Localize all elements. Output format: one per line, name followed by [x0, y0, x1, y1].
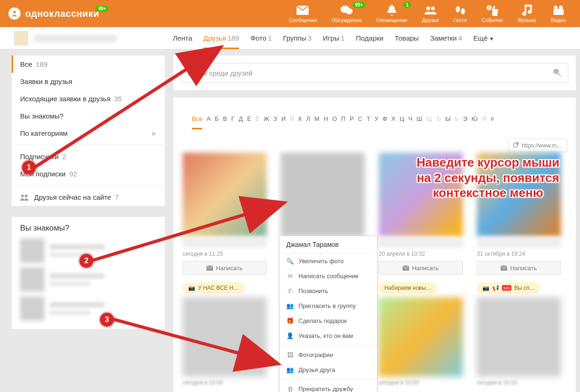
tab-count: 1: [268, 34, 272, 42]
ctx-relation[interactable]: 👤Указать, кто он вам: [280, 328, 377, 343]
alpha-letter[interactable]: У: [375, 115, 378, 129]
alpha-letter[interactable]: Э: [463, 115, 467, 129]
status-pill[interactable]: 📷📢sosВы сп…: [477, 282, 540, 294]
ctx-unfriend[interactable]: 🗑Прекратить дружбу: [280, 381, 377, 392]
write-button[interactable]: Написать: [379, 261, 463, 275]
alpha-letter[interactable]: Ё: [255, 115, 260, 129]
tab-notes[interactable]: Заметки4: [430, 28, 462, 48]
alpha-letter[interactable]: М: [314, 115, 319, 129]
ctx-gift[interactable]: 🎁Сделать подарок: [280, 313, 377, 328]
alpha-letter[interactable]: Ц: [400, 115, 404, 129]
suggestion-item[interactable]: [20, 267, 156, 292]
suggestion-item[interactable]: [20, 296, 156, 321]
context-menu-title: Джамал Тарамов: [280, 236, 377, 253]
friend-photo[interactable]: [281, 153, 365, 237]
alpha-letter[interactable]: Р: [350, 115, 354, 129]
camera-icon: 📷: [188, 285, 195, 291]
tab-groups[interactable]: Группы3: [283, 28, 311, 48]
alpha-letter[interactable]: О: [332, 115, 337, 129]
tab-friends[interactable]: Друзья189: [204, 28, 240, 48]
tab-more[interactable]: Ещё▼: [474, 28, 495, 48]
side-know[interactable]: Вы знакомы?: [12, 107, 165, 125]
nav-messages[interactable]: Сообщения: [289, 5, 317, 23]
friend-date: 20 апреля в 10:32: [379, 251, 463, 257]
tab-goods[interactable]: Товары: [395, 28, 419, 48]
status-pill[interactable]: Набираем новы…: [379, 282, 437, 294]
alpha-letter[interactable]: Ш: [417, 115, 422, 129]
friend-date-blur: сегодня в 10:00: [379, 379, 463, 386]
alpha-letter[interactable]: #: [490, 115, 494, 129]
url-chip[interactable]: https://www.m…: [508, 139, 567, 152]
alpha-letter[interactable]: Ф: [382, 115, 387, 129]
alpha-letter[interactable]: Д: [239, 115, 243, 129]
alpha-letter[interactable]: С: [358, 115, 362, 129]
alpha-letter[interactable]: Г: [231, 115, 234, 129]
side-categories[interactable]: По категориям▶: [12, 125, 165, 142]
suggestion-avatar: [20, 296, 44, 321]
alpha-letter[interactable]: П: [341, 115, 346, 129]
side-online[interactable]: Друзья сейчас на сайте 7: [12, 189, 165, 206]
ctx-call[interactable]: ✆Позвонить: [280, 283, 377, 298]
nav-label: Оповещения: [376, 17, 407, 23]
ctx-write-message[interactable]: ✉Написать сообщение: [280, 268, 377, 283]
svg-point-6: [461, 8, 465, 14]
nav-guests[interactable]: Гости: [453, 5, 467, 23]
profile-mini[interactable]: [14, 31, 173, 45]
nav-video[interactable]: Видео: [551, 5, 566, 23]
tab-count: 4: [458, 34, 462, 42]
alpha-letter[interactable]: Ы: [445, 115, 451, 129]
alpha-letter[interactable]: Й: [290, 115, 294, 129]
alpha-letter[interactable]: И: [281, 115, 285, 129]
alpha-letter[interactable]: Ю: [472, 115, 478, 129]
alpha-letter[interactable]: Я: [482, 115, 486, 129]
ctx-mutual-friends[interactable]: 👥Друзья друга: [280, 362, 377, 377]
friends-icon: 👥: [286, 366, 294, 373]
alpha-letter[interactable]: Т: [367, 115, 370, 129]
nav-discussions[interactable]: 99+ Обсуждения: [332, 5, 361, 23]
nav-events[interactable]: 5 События: [482, 5, 503, 23]
search-input[interactable]: Поиск среди друзей: [181, 63, 568, 83]
context-menu: Джамал Тарамов 🔍Увеличить фото ✉Написать…: [279, 236, 377, 392]
nav-music[interactable]: Музыка: [518, 5, 536, 23]
friend-photo[interactable]: [183, 297, 267, 377]
alpha-letter[interactable]: Все: [192, 115, 202, 129]
mi-label: Друзья сейчас на сайте: [34, 193, 111, 201]
alpha-letter[interactable]: Ь: [455, 115, 459, 129]
alpha-letter[interactable]: Л: [306, 115, 311, 129]
ctx-zoom-photo[interactable]: 🔍Увеличить фото: [280, 253, 377, 268]
alpha-letter[interactable]: З: [274, 115, 277, 129]
friend-photo[interactable]: [183, 153, 267, 237]
alpha-letter[interactable]: Щ: [426, 115, 432, 129]
alpha-letter[interactable]: В: [223, 115, 227, 129]
friend-photo[interactable]: [477, 297, 561, 377]
alpha-letter[interactable]: Н: [324, 115, 328, 129]
nav-notifications[interactable]: 1 Оповещения: [376, 5, 407, 23]
side-requests-out[interactable]: Исходящие заявки в друзья 35: [12, 90, 165, 107]
tab-feed[interactable]: Лента: [173, 28, 192, 48]
tab-gifts[interactable]: Подарки: [356, 28, 383, 48]
tab-games[interactable]: Игры1: [323, 28, 345, 48]
write-button[interactable]: Написать: [477, 261, 561, 275]
search-icon[interactable]: [553, 68, 561, 78]
alpha-letter[interactable]: Б: [215, 115, 219, 129]
alpha-letter[interactable]: Х: [391, 115, 396, 129]
ctx-invite-group[interactable]: 👥Пригласить в группу: [280, 298, 377, 313]
side-subscribers[interactable]: Подписчики 2: [12, 148, 165, 165]
logo[interactable]: одноклассники 99+: [0, 7, 99, 20]
friend-photo[interactable]: [379, 297, 463, 377]
tab-count: 3: [308, 34, 311, 42]
alpha-letter[interactable]: К: [298, 115, 302, 129]
side-all[interactable]: Все 189: [12, 56, 165, 73]
status-pill[interactable]: 📷У НАС ВСЕ Н…: [183, 282, 245, 294]
alpha-letter[interactable]: А: [206, 115, 211, 129]
alpha-letter[interactable]: Ж: [264, 115, 269, 129]
ctx-photos[interactable]: 🖼Фотографии: [280, 347, 377, 362]
write-button[interactable]: Написать: [183, 261, 267, 275]
tab-photo[interactable]: Фото1: [250, 28, 272, 48]
alpha-letter[interactable]: Ъ: [436, 115, 441, 129]
nav-friends[interactable]: Друзья: [422, 5, 439, 23]
side-requests-in[interactable]: Заявки в друзья: [12, 73, 165, 90]
alpha-letter[interactable]: Е: [247, 115, 251, 129]
friend-card[interactable]: сегодня в 11:25 Написать 📷У НАС ВСЕ Н… с…: [183, 153, 267, 386]
alpha-letter[interactable]: Ч: [408, 115, 412, 129]
